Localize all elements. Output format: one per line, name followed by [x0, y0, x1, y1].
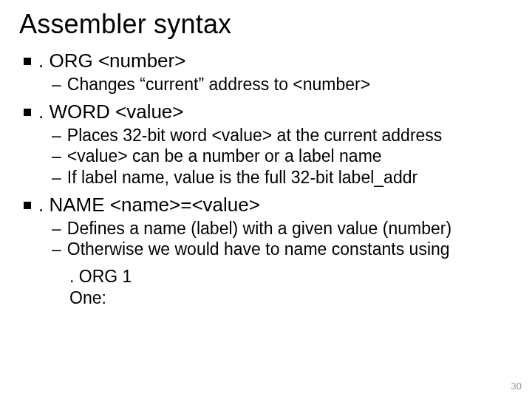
dash-icon: –	[52, 167, 61, 188]
square-bullet-icon	[24, 58, 31, 65]
slide-title: Assembler syntax	[19, 9, 513, 40]
sub-item: – Places 32-bit word <value> at the curr…	[52, 125, 513, 146]
bullet-list: . ORG <number> – Changes “current” addre…	[19, 50, 513, 309]
dash-icon: –	[52, 239, 61, 260]
list-item: . NAME <name>=<value> – Defines a name (…	[19, 194, 513, 309]
sub-text: If label name, value is the full 32-bit …	[67, 167, 417, 188]
sub-text: Defines a name (label) with a given valu…	[67, 218, 451, 239]
dash-icon: –	[52, 218, 61, 239]
dash-icon: –	[52, 74, 61, 95]
bullet-row: . ORG <number>	[24, 50, 513, 72]
sub-item: – Changes “current” address to <number>	[52, 74, 513, 95]
slide: Assembler syntax . ORG <number> – Change…	[0, 0, 532, 399]
sub-text: Changes “current” address to <number>	[67, 74, 370, 95]
code-line: . ORG 1	[19, 266, 513, 287]
sub-text: Otherwise we would have to name constant…	[67, 239, 450, 260]
dash-icon: –	[52, 125, 61, 146]
sub-text: <value> can be a number or a label name	[67, 146, 382, 167]
sub-item: – If label name, value is the full 32-bi…	[52, 167, 513, 188]
code-line: One:	[19, 287, 513, 309]
sub-item: – Otherwise we would have to name consta…	[52, 239, 513, 260]
sub-text: Places 32-bit word <value> at the curren…	[67, 125, 443, 146]
square-bullet-icon	[24, 202, 31, 209]
bullet-row: . NAME <name>=<value>	[24, 194, 513, 216]
list-item: . WORD <value> – Places 32-bit word <val…	[19, 101, 513, 188]
sub-list: – Places 32-bit word <value> at the curr…	[19, 125, 513, 188]
list-item: . ORG <number> – Changes “current” addre…	[19, 50, 513, 95]
bullet-heading: . NAME <name>=<value>	[38, 194, 260, 216]
sub-list: – Defines a name (label) with a given va…	[19, 218, 513, 261]
bullet-heading: . WORD <value>	[38, 101, 184, 123]
sub-list: – Changes “current” address to <number>	[19, 74, 513, 95]
sub-item: – <value> can be a number or a label nam…	[52, 146, 513, 167]
dash-icon: –	[52, 146, 61, 167]
bullet-heading: . ORG <number>	[38, 50, 185, 72]
page-number: 30	[511, 381, 522, 392]
sub-item: – Defines a name (label) with a given va…	[52, 218, 513, 239]
square-bullet-icon	[24, 109, 31, 116]
bullet-row: . WORD <value>	[24, 101, 513, 123]
